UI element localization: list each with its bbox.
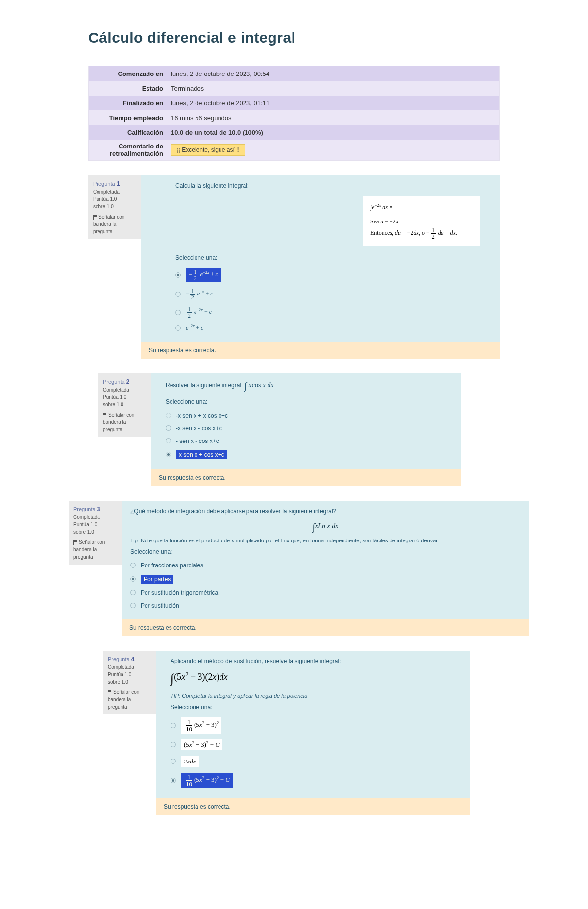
- option-text: Por partes: [141, 575, 173, 584]
- answer-feedback: Su respuesta es correcta.: [122, 619, 529, 636]
- summary-value: 16 mins 56 segundos: [167, 111, 499, 124]
- question-number: Pregunta 4: [108, 655, 151, 663]
- flag-icon: [108, 690, 112, 695]
- feedback-badge: ¡¡ Excelente, sigue así !!: [171, 144, 245, 156]
- radio-icon: [171, 723, 176, 728]
- radio-icon: [166, 425, 171, 431]
- radio-icon: [175, 310, 181, 315]
- option[interactable]: (5x2 − 3)2 + C: [171, 737, 462, 753]
- summary-label: Calificación: [89, 126, 167, 139]
- option[interactable]: Por sustitución: [130, 599, 520, 612]
- option[interactable]: Por sustitución trigonométrica: [130, 587, 520, 599]
- option[interactable]: 2xdx: [171, 753, 462, 770]
- question-3: Pregunta 3 Completada Puntúa 1.0sobre 1.…: [69, 501, 529, 636]
- question-prompt: Aplicando el método de sustitución, resu…: [171, 658, 462, 664]
- radio-icon: [130, 603, 136, 608]
- answer-feedback: Su respuesta es correcta.: [141, 342, 500, 359]
- option-text: −12 e−2x + c: [186, 268, 221, 282]
- select-one-label: Seleccione una:: [130, 548, 520, 555]
- select-one-label: Seleccione una:: [175, 254, 480, 261]
- option[interactable]: −12 e−x + c: [175, 285, 480, 303]
- option-text: Por sustitución trigonométrica: [141, 590, 218, 596]
- option[interactable]: -x sen x + x cos x+c: [166, 409, 452, 422]
- select-one-label: Seleccione una:: [166, 398, 452, 405]
- radio-icon: [166, 413, 171, 418]
- option[interactable]: x sen x + cos x+c: [166, 447, 452, 462]
- question-body: Aplicando el método de sustitución, resu…: [156, 651, 470, 815]
- question-state: Completada: [103, 386, 146, 393]
- select-one-label: Seleccione una:: [171, 704, 462, 711]
- radio-icon: [171, 742, 176, 747]
- flag-question-link[interactable]: Señalar con bandera la pregunta: [93, 213, 136, 235]
- question-score: Puntúa 1.0sobre 1.0: [74, 521, 117, 536]
- question-score: Puntúa 1.0sobre 1.0: [93, 196, 136, 210]
- summary-value: Terminados: [167, 82, 499, 95]
- summary-label: Comenzado en: [89, 67, 167, 80]
- flag-icon: [74, 540, 77, 545]
- question-number: Pregunta 3: [74, 505, 117, 514]
- math-derivation-box: ∫e−2x dx = Sea u = −2x Entonces, du = −2…: [363, 196, 480, 246]
- question-prompt: Calcula la siguiente integral:: [175, 182, 480, 189]
- summary-label: Tiempo empleado: [89, 111, 167, 124]
- option-text: 2xdx: [181, 756, 199, 767]
- flag-question-link[interactable]: Señalar con bandera la pregunta: [74, 539, 117, 561]
- question-2: Pregunta 2 Completada Puntúa 1.0sobre 1.…: [98, 373, 461, 486]
- summary-label: Comentario de retroalimentación: [89, 140, 167, 160]
- option[interactable]: e−2x + c: [175, 321, 480, 335]
- radio-icon: [175, 325, 181, 331]
- answer-feedback: Su respuesta es correcta.: [156, 798, 470, 815]
- option[interactable]: - sen x - cos x+c: [166, 435, 452, 447]
- quiz-summary-table: Comenzado en lunes, 2 de octubre de 2023…: [88, 66, 500, 161]
- question-state: Completada: [108, 663, 151, 671]
- question-1: Pregunta 1 Completada Puntúa 1.0sobre 1.…: [88, 175, 500, 359]
- option[interactable]: 110(5x2 − 3)2 + C: [171, 770, 462, 791]
- option-text: (5x2 − 3)2 + C: [181, 739, 222, 750]
- summary-row-feedback: Comentario de retroalimentación ¡¡ Excel…: [89, 140, 499, 160]
- options: 110(5x2 − 3)2 (5x2 − 3)2 + C 2xdx 110(5x…: [171, 714, 462, 791]
- question-info: Pregunta 3 Completada Puntúa 1.0sobre 1.…: [69, 501, 122, 565]
- question-state: Completada: [74, 514, 117, 521]
- option-text: -x sen x + x cos x+c: [176, 412, 228, 419]
- question-4: Pregunta 4 Completada Puntúa 1.0sobre 1.…: [103, 651, 470, 815]
- summary-row: Finalizado en lunes, 2 de octubre de 202…: [89, 96, 499, 110]
- options: -x sen x + x cos x+c -x sen x - cos x+c …: [166, 409, 452, 462]
- summary-value: 10.0 de un total de 10.0 (100%): [167, 126, 499, 139]
- question-state: Completada: [93, 188, 136, 196]
- question-info: Pregunta 4 Completada Puntúa 1.0sobre 1.…: [103, 651, 156, 714]
- page-title: Cálculo diferencial e integral: [88, 29, 588, 46]
- options: −12 e−2x + c −12 e−x + c 12 e−2x + c e−2…: [175, 265, 480, 335]
- option[interactable]: −12 e−2x + c: [175, 265, 480, 285]
- question-body: ¿Qué método de integración debe aplicars…: [122, 501, 529, 636]
- option-text: 110(5x2 − 3)2 + C: [181, 773, 233, 788]
- summary-row: Tiempo empleado 16 mins 56 segundos: [89, 110, 499, 125]
- summary-row: Calificación 10.0 de un total de 10.0 (1…: [89, 125, 499, 140]
- option-text: −12 e−x + c: [186, 288, 213, 300]
- summary-value: lunes, 2 de octubre de 2023, 01:11: [167, 97, 499, 110]
- option[interactable]: Por fracciones parciales: [130, 559, 520, 572]
- question-info: Pregunta 2 Completada Puntúa 1.0sobre 1.…: [98, 373, 151, 437]
- option-text: -x sen x - cos x+c: [176, 425, 222, 432]
- radio-icon: [171, 778, 176, 783]
- option[interactable]: 12 e−2x + c: [175, 303, 480, 321]
- flag-icon: [103, 413, 107, 418]
- options: Por fracciones parciales Por partes Por …: [130, 559, 520, 612]
- option[interactable]: -x sen x - cos x+c: [166, 422, 452, 435]
- option-text: x sen x + cos x+c: [176, 450, 227, 459]
- summary-value: ¡¡ Excelente, sigue así !!: [167, 141, 499, 159]
- summary-row: Comenzado en lunes, 2 de octubre de 2023…: [89, 66, 499, 81]
- question-number: Pregunta 1: [93, 179, 136, 188]
- question-prompt: Resolver la siguiente integral ∫ xcos x …: [166, 380, 452, 392]
- option[interactable]: Por partes: [130, 572, 520, 587]
- option-text: 110(5x2 − 3)2: [181, 717, 221, 734]
- option-text: Por fracciones parciales: [141, 562, 203, 569]
- summary-value: lunes, 2 de octubre de 2023, 00:54: [167, 67, 499, 80]
- answer-feedback: Su respuesta es correcta.: [151, 469, 461, 486]
- radio-icon: [171, 759, 176, 764]
- option[interactable]: 110(5x2 − 3)2: [171, 714, 462, 737]
- option-text: 12 e−2x + c: [186, 306, 212, 319]
- flag-question-link[interactable]: Señalar con bandera la pregunta: [103, 411, 146, 433]
- option-text: - sen x - cos x+c: [176, 438, 219, 444]
- flag-question-link[interactable]: Señalar con bandera la pregunta: [108, 688, 151, 711]
- question-body: Resolver la siguiente integral ∫ xcos x …: [151, 373, 461, 486]
- radio-icon: [166, 438, 171, 443]
